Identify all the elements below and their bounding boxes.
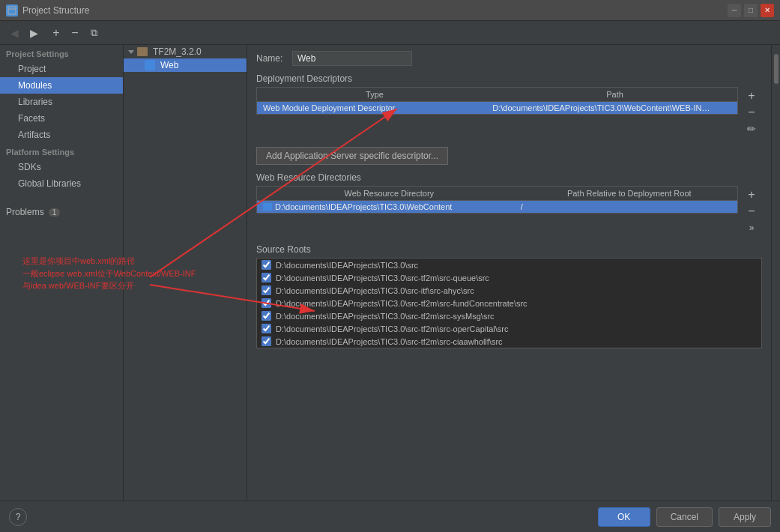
name-input[interactable] xyxy=(292,51,412,66)
sidebar-item-artifacts[interactable]: Artifacts xyxy=(0,127,123,143)
source-root-item: D:\documents\IDEAProjects\TIC3.0\src-tf2… xyxy=(257,335,761,348)
forward-button[interactable]: ▶ xyxy=(25,25,42,41)
dd-add-btn[interactable]: + xyxy=(744,88,759,103)
dd-table-container: Type Path Web Module Deployment Descript… xyxy=(256,87,738,138)
tree-item-root[interactable]: TF2M_3.2.0 xyxy=(124,45,247,58)
source-root-item: D:\documents\IDEAProjects\TIC3.0\src-tf2… xyxy=(257,271,761,284)
wr-table: Web Resource Directory Path Relative to … xyxy=(256,186,738,214)
wr-table-header: Web Resource Directory Path Relative to … xyxy=(257,187,737,201)
dd-row-0[interactable]: Web Module Deployment Descriptor D:\docu… xyxy=(257,102,737,114)
help-button[interactable]: ? xyxy=(9,508,27,526)
sidebar-item-sdks-label: SDKs xyxy=(18,162,41,172)
source-root-path-1: D:\documents\IDEAProjects\TIC3.0\src-tf2… xyxy=(276,273,489,282)
wr-remove-btn[interactable]: − xyxy=(744,204,759,219)
window-title: Project Structure xyxy=(22,5,728,16)
dd-cell-path-0: D:\documents\IDEAProjects\TIC3.0\WebCont… xyxy=(492,103,731,112)
sidebar-item-facets[interactable]: Facets xyxy=(0,110,123,127)
tree-item-web[interactable]: Web xyxy=(124,58,247,72)
web-icon xyxy=(145,60,155,70)
minimize-button[interactable]: ─ xyxy=(728,4,741,17)
right-scrollbar[interactable] xyxy=(771,45,780,501)
cancel-button[interactable]: Cancel xyxy=(656,507,713,527)
source-root-item: D:\documents\IDEAProjects\TIC3.0\src-tf2… xyxy=(257,309,761,322)
wr-side-buttons: + − » xyxy=(741,186,762,237)
source-root-checkbox-4[interactable] xyxy=(261,311,271,321)
close-button[interactable]: ✕ xyxy=(761,4,774,17)
dd-side-buttons: + − ✏ xyxy=(741,87,762,138)
folder-small-icon xyxy=(263,203,272,211)
tree-chevron xyxy=(128,50,134,54)
problems-label: Problems xyxy=(6,207,44,217)
ok-button[interactable]: OK xyxy=(598,507,650,527)
platform-settings-section-label: Platform Settings xyxy=(0,143,123,159)
maximize-button[interactable]: □ xyxy=(744,4,758,17)
deployment-descriptors-label: Deployment Descriptors xyxy=(256,73,762,84)
source-root-item: D:\documents\IDEAProjects\TIC3.0\src-itf… xyxy=(257,284,761,297)
sidebar-item-global-libraries[interactable]: Global Libraries xyxy=(0,175,123,192)
tree-web-label: Web xyxy=(160,60,178,70)
add-descriptor-btn-wrap: Add Application Server specific descript… xyxy=(256,142,762,165)
source-root-checkbox-3[interactable] xyxy=(261,298,271,308)
dd-remove-btn[interactable]: − xyxy=(744,105,759,120)
sidebar-item-project[interactable]: Project xyxy=(0,61,123,77)
source-roots-label: Source Roots xyxy=(256,244,762,255)
web-resource-section: Web Resource Directories Web Resource Di… xyxy=(256,172,762,237)
wr-section-with-buttons: Web Resource Directory Path Relative to … xyxy=(256,186,762,237)
bottom-bar: ? OK Cancel Apply xyxy=(0,501,780,532)
scroll-thumb xyxy=(774,54,779,84)
sidebar-item-modules-label: Modules xyxy=(18,80,52,91)
main-container: ◀ ▶ + − ⧉ Project Settings Project xyxy=(0,21,780,532)
source-root-path-6: D:\documents\IDEAProjects\TIC3.0\src-tf2… xyxy=(276,337,503,346)
project-settings-section-label: Project Settings xyxy=(0,45,123,61)
source-root-path-2: D:\documents\IDEAProjects\TIC3.0\src-itf… xyxy=(276,286,474,295)
name-row: Name: xyxy=(256,51,762,66)
remove-button[interactable]: − xyxy=(67,25,83,41)
wr-table-container: Web Resource Directory Path Relative to … xyxy=(256,186,738,237)
back-button[interactable]: ◀ xyxy=(6,25,22,41)
project-tree: TF2M_3.2.0 Web xyxy=(124,45,247,501)
source-root-checkbox-5[interactable] xyxy=(261,324,271,333)
source-root-item: D:\documents\IDEAProjects\TIC3.0\src-tf2… xyxy=(257,322,761,335)
dd-table: Type Path Web Module Deployment Descript… xyxy=(256,87,738,115)
dd-edit-btn[interactable]: ✏ xyxy=(744,121,759,136)
source-roots-list: D:\documents\IDEAProjects\TIC3.0\srcD:\d… xyxy=(256,258,762,348)
sidebar-item-global-libraries-label: Global Libraries xyxy=(18,178,81,189)
source-root-checkbox-0[interactable] xyxy=(261,260,271,270)
wr-double-chevron-btn[interactable]: » xyxy=(744,220,759,235)
source-root-path-0: D:\documents\IDEAProjects\TIC3.0\src xyxy=(276,261,418,270)
sidebar-item-sdks[interactable]: SDKs xyxy=(0,159,123,175)
add-descriptor-button[interactable]: Add Application Server specific descript… xyxy=(256,147,448,165)
web-resource-label: Web Resource Directories xyxy=(256,172,762,183)
dd-col-path: Path xyxy=(492,88,737,101)
sidebar-item-artifacts-label: Artifacts xyxy=(18,130,50,140)
apply-button[interactable]: Apply xyxy=(719,507,771,527)
source-root-checkbox-1[interactable] xyxy=(261,273,271,282)
dd-cell-type-0: Web Module Deployment Descriptor xyxy=(263,103,492,112)
add-button[interactable]: + xyxy=(48,25,64,41)
source-root-checkbox-2[interactable] xyxy=(261,285,271,295)
wr-add-btn[interactable]: + xyxy=(744,187,759,202)
wr-col-path: Path Relative to Deployment Root xyxy=(521,187,737,200)
right-panel: TF2M_3.2.0 Web xyxy=(124,45,780,501)
sidebar-item-modules[interactable]: Modules xyxy=(0,77,123,94)
source-root-path-3: D:\documents\IDEAProjects\TIC3.0\src-tf2… xyxy=(276,299,527,308)
app-icon xyxy=(6,4,18,16)
dd-table-header: Type Path xyxy=(257,88,737,102)
svg-rect-2 xyxy=(10,10,12,13)
source-root-checkbox-6[interactable] xyxy=(261,336,271,346)
sidebar-item-libraries[interactable]: Libraries xyxy=(0,94,123,110)
bottom-buttons: OK Cancel Apply xyxy=(598,507,771,527)
copy-button[interactable]: ⧉ xyxy=(85,25,102,41)
source-root-item: D:\documents\IDEAProjects\TIC3.0\src xyxy=(257,259,761,271)
problems-row[interactable]: Problems 1 xyxy=(0,204,123,220)
wr-row-0[interactable]: D:\documents\IDEAProjects\TIC3.0\WebCont… xyxy=(257,201,737,213)
title-bar: Project Structure ─ □ ✕ xyxy=(0,0,780,21)
name-label: Name: xyxy=(256,53,286,64)
source-root-path-5: D:\documents\IDEAProjects\TIC3.0\src-tf2… xyxy=(276,324,509,333)
detail-content: Name: Deployment Descriptors xyxy=(247,45,771,501)
tree-root-label: TF2M_3.2.0 xyxy=(153,46,202,57)
sidebar: Project Settings Project Modules Librari… xyxy=(0,45,124,501)
wr-col-dir: Web Resource Directory xyxy=(257,187,521,200)
content-area: Project Settings Project Modules Librari… xyxy=(0,45,780,501)
dd-col-type: Type xyxy=(257,88,492,101)
